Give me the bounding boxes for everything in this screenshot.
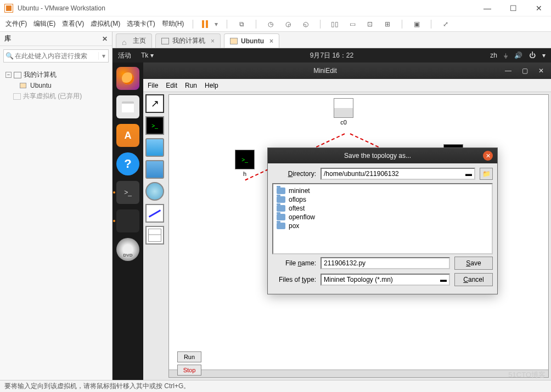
menu-vm[interactable]: 虚拟机(M) xyxy=(91,19,120,29)
node-host-left[interactable]: >_ h xyxy=(235,150,255,177)
canvas-scrollbar[interactable] xyxy=(169,370,548,377)
tab-home[interactable]: 主页 xyxy=(116,33,152,48)
volume-icon[interactable]: 🔊 xyxy=(514,52,522,59)
dropdown-icon[interactable]: ▾ xyxy=(542,52,546,59)
dropdown-icon[interactable]: ▾ xyxy=(215,20,218,28)
miniedit-titlebar[interactable]: MiniEdit — ▢ ✕ xyxy=(143,63,551,79)
dock-apps-icon[interactable] xyxy=(120,357,136,373)
folder-icon xyxy=(277,188,285,194)
tab-close-icon[interactable]: × xyxy=(269,37,273,45)
tab-home-label: 主页 xyxy=(133,36,146,46)
miniedit-window: MiniEdit — ▢ ✕ File Edit Run Help xyxy=(143,63,551,380)
dropdown-icon: ▬ xyxy=(440,276,447,283)
tool-switch-openflow[interactable] xyxy=(145,138,164,157)
tool-cursor[interactable] xyxy=(145,94,164,113)
folder-icon xyxy=(277,214,285,220)
miniedit-menu-run[interactable]: Run xyxy=(185,82,197,89)
dock-help-icon[interactable] xyxy=(116,152,139,175)
tab-mycomputer[interactable]: 我的计算机 × xyxy=(155,33,221,48)
folder-openflow[interactable]: openflow xyxy=(276,213,490,221)
dialog-titlebar[interactable]: Save the topology as... ✕ xyxy=(268,148,497,163)
up-folder-button[interactable]: 📁 xyxy=(480,168,493,180)
folder-oftest[interactable]: oftest xyxy=(276,204,490,213)
clock-icon[interactable]: ◷ xyxy=(265,19,276,30)
vm-tree: − 我的计算机 Ubuntu 共享虚拟机 (已弃用) xyxy=(0,66,112,105)
activities-button[interactable]: 活动 xyxy=(118,51,131,60)
dock-terminal-icon[interactable] xyxy=(116,181,139,204)
view1-icon[interactable]: ▯▯ xyxy=(329,19,340,30)
tree-root[interactable]: − 我的计算机 xyxy=(3,69,109,81)
dock-firefox-icon[interactable] xyxy=(116,67,139,90)
vm-display[interactable]: 活动 Tk ▾ 9月7日 16：22 zh ⏚ 🔊 ⏻ ▾ xyxy=(113,48,551,380)
library-close-icon[interactable]: ✕ xyxy=(102,35,108,43)
library-search[interactable]: 🔍 ▾ xyxy=(3,49,109,63)
menu-view[interactable]: 查看(V) xyxy=(62,19,84,29)
filename-input[interactable] xyxy=(321,257,450,269)
menu-help[interactable]: 帮助(H) xyxy=(162,19,184,29)
console-icon[interactable]: ▣ xyxy=(411,19,422,30)
main-area: 主页 我的计算机 × Ubuntu × 活动 Tk ▾ 9月7日 16： xyxy=(113,32,551,380)
directory-dropdown[interactable]: /home/ubuntu/211906132 ▬ xyxy=(321,168,475,180)
view3-icon[interactable]: ⊡ xyxy=(364,19,375,30)
filetype-dropdown[interactable]: Mininet Topology (*.mn) ▬ xyxy=(321,274,450,286)
statusbar: 要将输入定向到该虚拟机，请将鼠标指针移入其中或按 Ctrl+G。 xyxy=(0,380,551,392)
save-button[interactable]: Save xyxy=(454,257,493,270)
separator xyxy=(320,20,321,29)
library-title: 库 xyxy=(4,34,11,43)
cancel-button[interactable]: Cancel xyxy=(454,273,493,286)
dock-software-icon[interactable] xyxy=(116,124,139,147)
node-controller[interactable]: c0 xyxy=(334,98,353,126)
power-icon[interactable]: ⏻ xyxy=(529,52,536,59)
clock-manage-icon[interactable]: ◵ xyxy=(300,19,311,30)
menu-file[interactable]: 文件(F) xyxy=(5,19,27,29)
app-menu[interactable]: Tk ▾ xyxy=(141,52,154,59)
miniedit-menu-edit[interactable]: Edit xyxy=(166,82,177,89)
folder-oflops[interactable]: oflops xyxy=(276,195,490,204)
window-titlebar: Ubuntu - VMware Workstation — ☐ ✕ xyxy=(0,0,551,16)
tool-switch-legacy[interactable] xyxy=(145,160,164,179)
tree-shared[interactable]: 共享虚拟机 (已弃用) xyxy=(3,90,109,102)
miniedit-close-icon[interactable]: ✕ xyxy=(536,67,547,75)
miniedit-minimize-icon[interactable]: — xyxy=(503,67,514,75)
view4-icon[interactable]: ⊞ xyxy=(382,19,393,30)
clock[interactable]: 9月7日 16：22 xyxy=(310,51,353,60)
menu-edit[interactable]: 编辑(E) xyxy=(33,19,55,29)
tab-ubuntu[interactable]: Ubuntu × xyxy=(224,33,279,48)
dock-disk-icon[interactable] xyxy=(116,238,139,261)
miniedit-menu-file[interactable]: File xyxy=(148,82,158,89)
pause-icon[interactable] xyxy=(202,20,208,28)
tree-vm-ubuntu[interactable]: Ubuntu xyxy=(3,81,109,90)
tool-link[interactable] xyxy=(145,204,164,223)
folder-mininet[interactable]: mininet xyxy=(276,186,490,195)
folder-pox[interactable]: pox xyxy=(276,221,490,230)
view2-icon[interactable]: ▭ xyxy=(347,19,358,30)
miniedit-maximize-icon[interactable]: ▢ xyxy=(519,67,530,75)
library-header: 库 ✕ xyxy=(0,32,112,46)
network-icon[interactable]: ⏚ xyxy=(504,52,508,59)
menu-tabs[interactable]: 选项卡(T) xyxy=(127,19,155,29)
maximize-button[interactable]: ☐ xyxy=(505,2,521,15)
search-input[interactable] xyxy=(15,52,98,60)
collapse-icon[interactable]: − xyxy=(5,72,12,78)
miniedit-menu-help[interactable]: Help xyxy=(205,82,218,89)
stop-button[interactable]: Stop xyxy=(177,365,201,376)
vm-icon xyxy=(230,38,238,44)
lang-indicator[interactable]: zh xyxy=(490,52,497,59)
dock-files-icon[interactable] xyxy=(116,95,139,118)
tool-controller[interactable] xyxy=(145,226,164,245)
minimize-button[interactable]: — xyxy=(479,2,496,15)
directory-value: /home/ubuntu/211906132 xyxy=(324,170,399,178)
clock-back-icon[interactable]: ◶ xyxy=(283,19,294,30)
tool-host[interactable] xyxy=(145,116,164,135)
run-button[interactable]: Run xyxy=(177,351,201,362)
tab-close-icon[interactable]: × xyxy=(211,37,215,45)
computer-icon xyxy=(14,72,21,78)
dialog-close-icon[interactable]: ✕ xyxy=(483,151,493,161)
search-dropdown-icon[interactable]: ▾ xyxy=(98,52,108,60)
dock-mounted-icon[interactable] xyxy=(116,209,139,232)
snapshot-icon[interactable]: ⧉ xyxy=(236,19,247,30)
fullscreen-icon[interactable]: ⤢ xyxy=(440,19,451,30)
tool-router[interactable] xyxy=(145,182,164,201)
close-button[interactable]: ✕ xyxy=(531,2,547,15)
file-list[interactable]: mininet oflops oftest openflow pox xyxy=(272,183,493,254)
